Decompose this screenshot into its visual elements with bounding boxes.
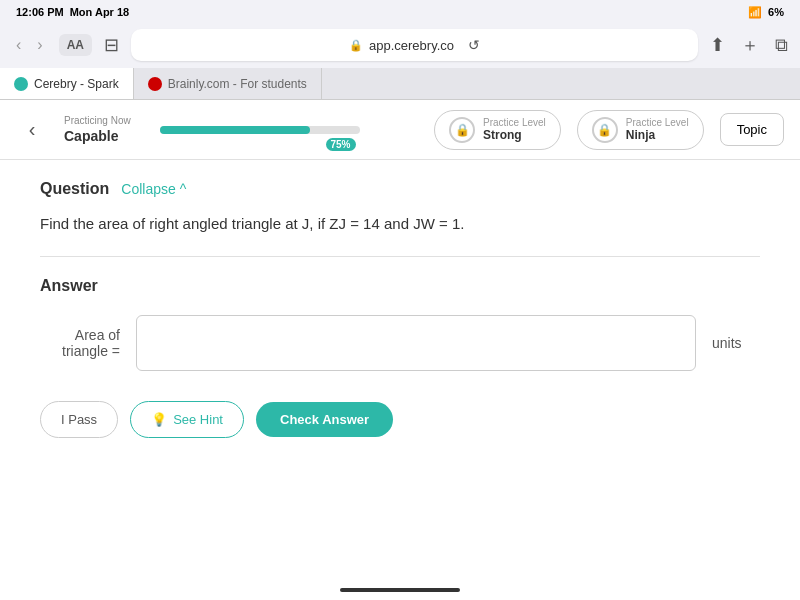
question-label: Question: [40, 180, 109, 198]
practice-level-ninja: 🔒 Practice Level Ninja: [577, 110, 704, 150]
url-text: app.cerebry.co: [369, 38, 454, 53]
cerebry-favicon: [14, 77, 28, 91]
practicing-level: Capable: [64, 128, 144, 144]
lock-ninja-icon: 🔒: [592, 117, 618, 143]
answer-input[interactable]: [136, 315, 696, 371]
progress-bar-background: [160, 126, 360, 134]
progress-container: 75%: [160, 126, 402, 134]
top-nav: ‹ Practicing Now Capable 75% 🔒 Practice …: [0, 100, 800, 160]
question-header: Question Collapse ^: [40, 180, 760, 198]
collapse-icon: ^: [180, 181, 187, 197]
ninja-name: Ninja: [626, 128, 689, 142]
bookmarks-button[interactable]: ⊟: [104, 34, 119, 56]
strong-sublabel: Practice Level: [483, 117, 546, 128]
tabs-button[interactable]: ⧉: [775, 33, 788, 57]
practicing-info: Practicing Now Capable: [64, 115, 144, 144]
status-bar: 12:06 PM Mon Apr 18 📶 6%: [0, 0, 800, 24]
tab-cerebry[interactable]: Cerebry - Spark: [0, 68, 134, 99]
check-answer-button[interactable]: Check Answer: [256, 402, 393, 437]
practice-level-strong: 🔒 Practice Level Strong: [434, 110, 561, 150]
url-bar[interactable]: 🔒 app.cerebry.co ↺: [131, 29, 698, 61]
divider: [40, 256, 760, 257]
new-tab-button[interactable]: ＋: [741, 33, 759, 57]
tab-bar: Cerebry - Spark Brainly.com - For studen…: [0, 68, 800, 100]
progress-label: 75%: [326, 138, 356, 151]
lock-icon: 🔒: [349, 39, 363, 52]
level-ninja-info: Practice Level Ninja: [626, 117, 689, 142]
practicing-label: Practicing Now: [64, 115, 144, 126]
question-text: Find the area of right angled triangle a…: [40, 212, 760, 236]
app-container: ‹ Practicing Now Capable 75% 🔒 Practice …: [0, 100, 800, 600]
tab-brainly-label: Brainly.com - For students: [168, 77, 307, 91]
i-pass-button[interactable]: I Pass: [40, 401, 118, 438]
home-indicator: [340, 588, 460, 592]
battery-indicator: 6%: [768, 6, 784, 18]
date: Mon Apr 18: [70, 6, 130, 18]
brainly-favicon: [148, 77, 162, 91]
tab-brainly[interactable]: Brainly.com - For students: [134, 68, 322, 99]
back-button[interactable]: ‹: [16, 114, 48, 146]
progress-bar-fill: [160, 126, 310, 134]
answer-section-label: Answer: [40, 277, 760, 295]
topic-button[interactable]: Topic: [720, 113, 784, 146]
forward-nav-button[interactable]: ›: [33, 32, 46, 58]
tab-cerebry-label: Cerebry - Spark: [34, 77, 119, 91]
back-nav-button[interactable]: ‹: [12, 32, 25, 58]
ninja-sublabel: Practice Level: [626, 117, 689, 128]
lock-strong-icon: 🔒: [449, 117, 475, 143]
share-button[interactable]: ⬆: [710, 33, 725, 57]
action-buttons: I Pass 💡 See Hint Check Answer: [40, 401, 760, 438]
see-hint-label: See Hint: [173, 412, 223, 427]
area-of-triangle-label: Area oftriangle =: [40, 327, 120, 359]
units-label: units: [712, 335, 742, 351]
collapse-button[interactable]: Collapse ^: [121, 181, 186, 197]
reload-button[interactable]: ↺: [468, 37, 480, 53]
area-label-text: Area oftriangle =: [62, 327, 120, 359]
see-hint-button[interactable]: 💡 See Hint: [130, 401, 244, 438]
time: 12:06 PM: [16, 6, 64, 18]
main-content: Question Collapse ^ Find the area of rig…: [0, 160, 800, 458]
answer-row: Area oftriangle = units: [40, 315, 760, 371]
level-strong-info: Practice Level Strong: [483, 117, 546, 142]
collapse-label: Collapse: [121, 181, 175, 197]
reader-mode-button[interactable]: AA: [59, 34, 92, 56]
practice-levels: 🔒 Practice Level Strong 🔒 Practice Level…: [434, 110, 704, 150]
hint-icon: 💡: [151, 412, 167, 427]
wifi-icon: 📶: [748, 6, 762, 19]
browser-chrome: ‹ › AA ⊟ 🔒 app.cerebry.co ↺ ⬆ ＋ ⧉: [0, 24, 800, 68]
strong-name: Strong: [483, 128, 546, 142]
